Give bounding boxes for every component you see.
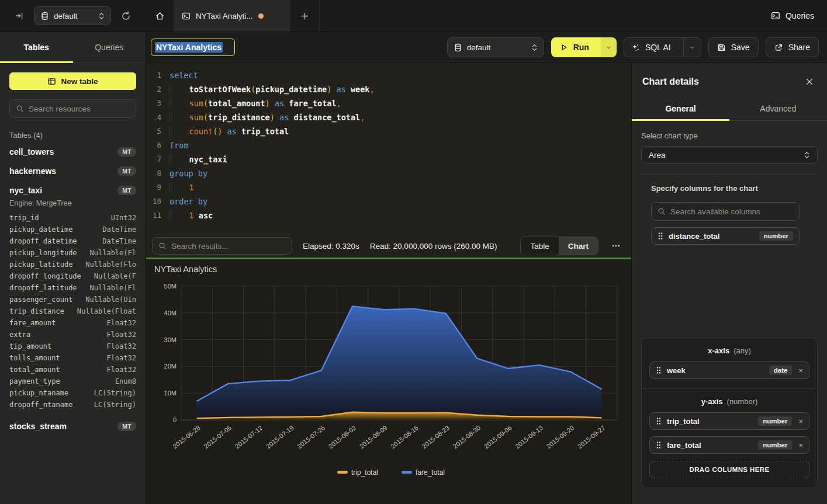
results-search-input[interactable] — [171, 242, 286, 251]
table-grid-icon — [47, 77, 56, 86]
save-button[interactable]: Save — [708, 37, 759, 57]
column-chip[interactable]: distance_totalnumber — [651, 227, 800, 245]
columns-section-label: Specify columns for the chart — [651, 184, 800, 193]
code-line: 3 sum(total_amount) as fare_total, — [146, 96, 631, 110]
column-name: trip_distance — [9, 307, 64, 315]
svg-text:40M: 40M — [164, 310, 177, 317]
top-bar-right: Queries — [758, 0, 827, 32]
tab-general-label: General — [665, 104, 695, 113]
engine-badge: MT — [117, 186, 136, 195]
column-name: pickup_latitude — [9, 260, 72, 269]
column-chip[interactable]: trip_totalnumber× — [649, 412, 809, 430]
run-options-button[interactable] — [601, 37, 617, 57]
y-axis-label: y-axis — [701, 397, 723, 406]
axes-config-box: x-axis(any) weekdate× y-axis(number) tri… — [641, 338, 818, 488]
code-line: 8group by — [146, 166, 631, 180]
top-bar: default NYTaxi Analyti... Queri — [0, 0, 827, 32]
query-tab[interactable]: NYTaxi Analyti... — [174, 0, 290, 32]
table-row[interactable]: cell_towersMT — [9, 142, 136, 161]
drag-handle-icon[interactable] — [656, 366, 662, 374]
column-row: fare_amountFloat32 — [9, 317, 136, 329]
x-axis-label: x-axis — [708, 346, 729, 355]
column-type: UInt32 — [111, 214, 136, 222]
drop-zone[interactable]: DRAG COLUMNS HERE — [649, 461, 809, 478]
column-name: dropoff_ntaname — [9, 401, 72, 409]
column-chip[interactable]: fare_totalnumber× — [649, 436, 809, 454]
home-button[interactable] — [146, 0, 174, 32]
column-type: Float32 — [106, 319, 136, 327]
line-number: 10 — [146, 194, 161, 208]
column-search-input[interactable] — [670, 207, 793, 216]
new-tab-button[interactable] — [290, 0, 320, 32]
queries-button-label: Queries — [786, 11, 814, 20]
column-name: extra — [9, 331, 30, 339]
close-icon[interactable] — [804, 76, 815, 88]
toolbar-database-selector[interactable]: default — [447, 37, 544, 57]
queries-button[interactable]: Queries — [771, 11, 814, 20]
top-bar-left: default — [0, 0, 146, 32]
table-row[interactable]: stocks_streamMT — [9, 416, 136, 436]
column-row: payment_typeEnum8 — [9, 376, 136, 387]
remove-column-icon[interactable]: × — [797, 418, 803, 425]
table-row[interactable]: nyc_taxiMT — [9, 180, 136, 200]
share-button-label: Share — [788, 43, 810, 52]
sql-editor[interactable]: 1select2 toStartOfWeek(pickup_datetime) … — [146, 63, 631, 234]
view-toggle-table[interactable]: Table — [521, 237, 558, 255]
sidebar-tab-tables[interactable]: Tables — [0, 32, 73, 62]
chip-column-name: week — [667, 366, 686, 375]
sql-ai-button[interactable]: SQL AI — [624, 38, 678, 57]
remove-column-icon[interactable]: × — [797, 442, 803, 449]
drag-handle-icon[interactable] — [656, 441, 662, 449]
chart-type-select[interactable]: Area — [641, 146, 818, 164]
tab-advanced[interactable]: Advanced — [729, 97, 827, 120]
sidebar-tab-queries[interactable]: Queries — [73, 32, 146, 62]
database-selector-value: default — [54, 12, 78, 20]
chip-column-name: fare_total — [667, 441, 701, 450]
svg-text:2015-08-02: 2015-08-02 — [327, 424, 358, 450]
column-type: Nullable(Float — [77, 307, 136, 315]
sql-console-app: default NYTaxi Analyti... Queri — [0, 0, 827, 504]
column-chip[interactable]: weekdate× — [649, 362, 809, 379]
engine-badge: MT — [117, 166, 136, 176]
column-type: Nullable(Fl — [90, 284, 136, 292]
main-area: NYTaxi Analytics default Run — [146, 32, 827, 504]
run-button[interactable]: Run — [551, 37, 601, 57]
database-selector[interactable]: default — [34, 6, 111, 25]
y-axis-hint: (number) — [727, 397, 758, 406]
table-row[interactable]: hackernewsMT — [9, 161, 136, 180]
line-number: 4 — [146, 110, 161, 124]
view-toggle-chart[interactable]: Chart — [559, 237, 598, 255]
new-table-button[interactable]: New table — [9, 72, 136, 90]
tables-section-label: Tables (4) — [9, 131, 136, 140]
chevron-updown-icon — [98, 12, 105, 20]
run-button-label: Run — [573, 43, 589, 52]
results-toolbar: Elapsed: 0.320s Read: 20,000,000 rows (2… — [146, 234, 631, 258]
search-icon — [658, 207, 666, 215]
save-icon — [717, 43, 726, 52]
query-title-input[interactable]: NYTaxi Analytics — [151, 39, 235, 56]
column-name: dropoff_longitude — [9, 272, 81, 280]
share-button[interactable]: Share — [766, 37, 819, 57]
more-options-icon[interactable] — [609, 239, 623, 253]
engine-badge: MT — [117, 422, 136, 431]
editor-column: 1select2 toStartOfWeek(pickup_datetime) … — [146, 63, 631, 504]
tab-general[interactable]: General — [632, 97, 729, 120]
tab-strip: NYTaxi Analyti... — [146, 0, 758, 32]
drag-handle-icon[interactable] — [658, 232, 663, 240]
chevron-down-icon — [605, 44, 612, 51]
sidebar-tab-tables-label: Tables — [24, 43, 49, 52]
column-name: pickup_datetime — [9, 225, 72, 234]
svg-text:2015-07-05: 2015-07-05 — [202, 424, 233, 450]
sql-ai-options-button[interactable] — [683, 38, 701, 57]
line-number: 8 — [146, 166, 161, 180]
collapse-sidebar-icon[interactable] — [12, 8, 27, 23]
refresh-icon[interactable] — [118, 8, 133, 23]
sidebar-tab-queries-label: Queries — [95, 43, 123, 52]
chip-column-name: trip_total — [667, 417, 700, 426]
remove-column-icon[interactable]: × — [797, 367, 803, 374]
resource-search-input[interactable] — [29, 105, 130, 113]
search-icon — [16, 105, 24, 113]
svg-text:2015-06-28: 2015-06-28 — [171, 424, 202, 450]
type-badge: date — [769, 366, 793, 375]
drag-handle-icon[interactable] — [656, 417, 662, 425]
